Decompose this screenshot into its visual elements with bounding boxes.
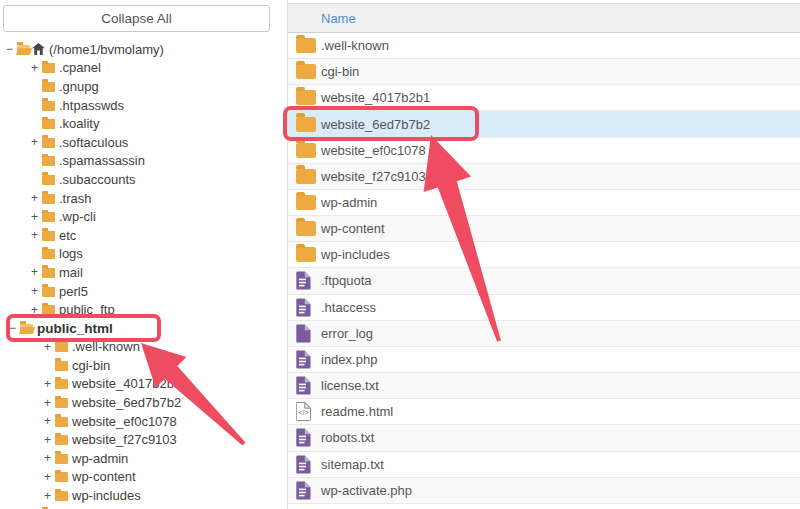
folder-icon	[55, 398, 68, 408]
tree-item-.wp-cli[interactable]: +.wp-cli	[0, 207, 278, 226]
tree-item-website_6ed7b7b2[interactable]: +website_6ed7b7b2	[0, 393, 278, 412]
folder-icon	[55, 472, 68, 482]
file-icon-cell	[296, 38, 321, 53]
file-row-.htaccess[interactable]: .htaccess	[288, 295, 800, 321]
file-row-website_f27c9103[interactable]: website_f27c9103	[288, 164, 800, 190]
folder-icon	[42, 119, 55, 129]
expand-icon[interactable]: +	[44, 340, 55, 354]
tree-item-.gnupg[interactable]: .gnupg	[0, 77, 278, 96]
tree-item-wp-content[interactable]: +wp-content	[0, 468, 278, 487]
file-icon-cell	[296, 169, 321, 184]
tree-item-public_html[interactable]: −public_html	[0, 319, 278, 338]
tree-item-etc[interactable]: +etc	[0, 226, 278, 245]
tree-item-(/home1/bvmolamy)[interactable]: −(/home1/bvmolamy)	[0, 40, 278, 59]
tree-item-label: .well-known	[72, 339, 140, 354]
tree-item-wp-includes[interactable]: +wp-includes	[0, 486, 278, 505]
tree-item-.cpanel[interactable]: +.cpanel	[0, 59, 278, 78]
tree-item-mail[interactable]: +mail	[0, 263, 278, 282]
file-row-website_4017b2b1[interactable]: website_4017b2b1	[288, 85, 800, 111]
expand-icon[interactable]: +	[44, 470, 55, 484]
file-icon-cell	[296, 428, 321, 447]
expand-icon[interactable]: +	[31, 135, 42, 149]
folder-icon	[55, 454, 68, 464]
tree-item-.well-known[interactable]: +.well-known	[0, 338, 278, 357]
tree-item-.htpasswds[interactable]: .htpasswds	[0, 96, 278, 115]
folder-icon	[42, 101, 55, 111]
text-file-icon	[296, 376, 311, 395]
file-list-header: Name	[288, 3, 800, 33]
file-row-wp-admin[interactable]: wp-admin	[288, 190, 800, 216]
file-row-robots.txt[interactable]: robots.txt	[288, 425, 800, 451]
folder-icon	[42, 138, 55, 148]
tree-item-website_f27c9103[interactable]: +website_f27c9103	[0, 430, 278, 449]
file-row-wp-includes[interactable]: wp-includes	[288, 242, 800, 268]
expand-icon[interactable]: +	[44, 414, 55, 428]
folder-icon	[42, 287, 55, 297]
tree-item-label: .softaculous	[59, 135, 128, 150]
expand-icon[interactable]: +	[31, 228, 42, 242]
expand-icon[interactable]: +	[31, 191, 42, 205]
tree-item-label: .wp-cli	[59, 209, 96, 224]
tree-item-label: etc	[59, 228, 76, 243]
file-row-readme.html[interactable]: </>readme.html	[288, 399, 800, 425]
expand-icon[interactable]: +	[44, 489, 55, 503]
collapse-all-button[interactable]: Collapse All	[3, 5, 270, 32]
tree-item-label: .spamassassin	[59, 153, 145, 168]
tree-item-cgi-bin[interactable]: cgi-bin	[0, 356, 278, 375]
folder-icon	[296, 38, 316, 53]
expand-icon[interactable]: +	[31, 210, 42, 224]
tree-item-label: public_html	[37, 321, 113, 336]
file-row-index.php[interactable]: index.php	[288, 347, 800, 373]
file-row-wp-activate.php[interactable]: wp-activate.php	[288, 478, 800, 504]
expand-icon[interactable]: +	[31, 61, 42, 75]
text-file-icon	[296, 298, 311, 317]
file-row-error_log[interactable]: error_log	[288, 321, 800, 347]
file-name: cgi-bin	[321, 64, 359, 79]
tree-item-.spamassassin[interactable]: .spamassassin	[0, 152, 278, 171]
file-icon-cell	[296, 247, 321, 262]
file-row-website_6ed7b7b2[interactable]: website_6ed7b7b2	[288, 111, 800, 137]
file-row-sitemap.txt[interactable]: sitemap.txt	[288, 452, 800, 478]
tree-item-perl5[interactable]: +perl5	[0, 282, 278, 301]
tree-item-.trash[interactable]: +.trash	[0, 189, 278, 208]
tree-item-website_ef0c1078[interactable]: +website_ef0c1078	[0, 412, 278, 431]
name-column-header[interactable]: Name	[321, 11, 356, 26]
expand-icon[interactable]: +	[31, 303, 42, 317]
file-icon-cell	[296, 324, 321, 343]
tree-item-.koality[interactable]: .koality	[0, 114, 278, 133]
directory-tree: −(/home1/bvmolamy)+.cpanel.gnupg.htpassw…	[0, 40, 278, 509]
file-row-license.txt[interactable]: license.txt	[288, 373, 800, 399]
expand-icon[interactable]: +	[31, 284, 42, 298]
tree-item-logs[interactable]: logs	[0, 245, 278, 264]
folder-icon	[42, 268, 55, 278]
tree-item-website_4017b2b1[interactable]: +website_4017b2b1	[0, 375, 278, 394]
tree-item-public_ftp[interactable]: +public_ftp	[0, 300, 278, 319]
expand-icon[interactable]: +	[44, 377, 55, 391]
file-row-website_ef0c1078[interactable]: website_ef0c1078	[288, 138, 800, 164]
text-file-icon	[296, 271, 311, 290]
file-name: .well-known	[321, 38, 389, 53]
sidebar: Collapse All −(/home1/bvmolamy)+.cpanel.…	[0, 0, 278, 509]
folder-icon	[55, 417, 68, 427]
file-row-.well-known[interactable]: .well-known	[288, 33, 800, 59]
expand-icon[interactable]: +	[44, 396, 55, 410]
folder-icon	[296, 117, 316, 132]
folder-icon	[296, 64, 316, 79]
tree-item-wp-admin[interactable]: +wp-admin	[0, 449, 278, 468]
file-icon-cell	[296, 90, 321, 105]
folder-icon	[296, 221, 316, 236]
file-row-.ftpquota[interactable]: .ftpquota	[288, 268, 800, 294]
file-row-cgi-bin[interactable]: cgi-bin	[288, 59, 800, 85]
tree-item-.subaccounts[interactable]: .subaccounts	[0, 170, 278, 189]
file-row-wp-content[interactable]: wp-content	[288, 216, 800, 242]
text-file-icon	[296, 350, 311, 369]
tree-item-label: wp-content	[72, 469, 136, 484]
tree-item-.softaculous[interactable]: +.softaculous	[0, 133, 278, 152]
expand-icon[interactable]: +	[44, 451, 55, 465]
folder-icon	[42, 175, 55, 185]
tree-item-label: wp-includes	[72, 488, 141, 503]
tree-item-label: logs	[59, 246, 83, 261]
file-icon-cell	[296, 143, 321, 158]
expand-icon[interactable]: +	[44, 433, 55, 447]
expand-icon[interactable]: +	[31, 265, 42, 279]
